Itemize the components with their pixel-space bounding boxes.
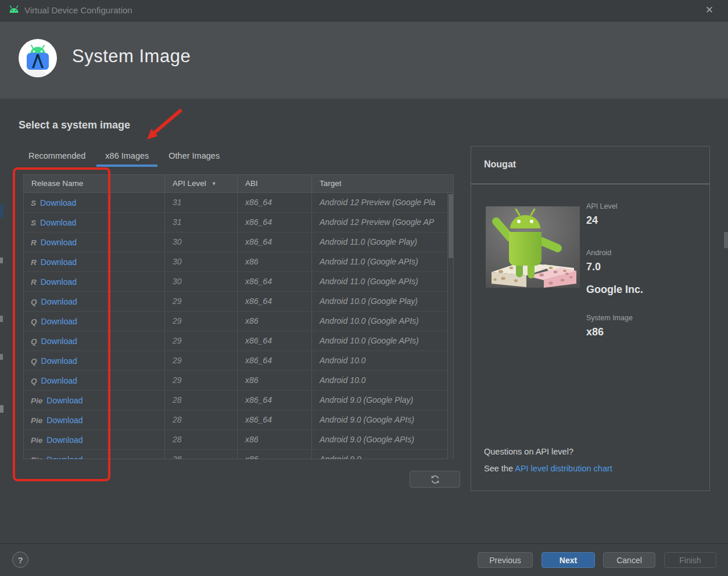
release-name-cell: SDownload [24,213,165,232]
release-letter: Pie [31,456,42,459]
api-level-cell: 30 [165,232,238,252]
finish-button-disabled: Finish [664,552,716,568]
download-link[interactable]: Download [46,435,83,445]
system-image-abi-value: x86 [586,326,604,338]
api-level-cell: 29 [165,351,238,370]
download-link[interactable]: Download [41,317,77,326]
table-scrollbar-thumb[interactable] [449,194,453,258]
table-row[interactable]: SDownload 31 x86_64 Android 12 Preview (… [24,213,447,232]
download-link[interactable]: Download [41,337,77,346]
target-cell: Android 9.0 (Google APIs) [312,430,447,449]
release-name-cell: PieDownload [24,410,165,430]
android-version-value: 7.0 [586,261,601,273]
sort-descending-icon[interactable]: ▼ [211,181,217,187]
api-level-cell: 28 [165,430,238,449]
refresh-button[interactable] [410,471,460,488]
table-row[interactable]: RDownload 30 x86_64 Android 11.0 (Google… [24,232,447,252]
download-link[interactable]: Download [40,198,76,207]
target-cell: Android 10.0 (Google Play) [312,292,447,311]
window-title: Virtual Device Configuration [24,0,132,21]
background-window-fragment [0,205,3,217]
download-link[interactable]: Download [46,455,83,459]
help-button[interactable]: ? [12,552,28,568]
background-window-fragment [0,405,3,413]
download-link[interactable]: Download [41,356,77,366]
abi-cell: x86_64 [238,272,312,291]
column-header-abi[interactable]: ABI [238,175,312,192]
release-name-cell: QDownload [24,351,165,370]
download-link[interactable]: Download [41,297,77,306]
api-level-cell: 30 [165,272,238,291]
system-image-label: System Image [586,314,633,322]
abi-cell: x86 [238,450,312,459]
api-level-question-text: Questions on API level? [484,447,573,456]
table-row[interactable]: QDownload 29 x86_64 Android 10.0 (Google… [24,331,447,351]
table-row[interactable]: QDownload 29 x86_64 Android 10.0 [24,351,447,371]
api-level-cell: 31 [165,213,238,232]
abi-cell: x86 [238,252,312,271]
vendor-value: Google Inc. [586,284,643,296]
table-scrollbar[interactable] [447,193,453,459]
abi-cell: x86 [238,312,312,331]
api-level-cell: 29 [165,331,238,350]
download-link[interactable]: Download [41,257,77,267]
release-name-cell: QDownload [24,292,165,311]
column-header-api-level[interactable]: API Level▼ [165,175,238,192]
release-letter: Q [31,357,37,366]
table-row[interactable]: QDownload 29 x86 Android 10.0 [24,371,447,391]
table-row[interactable]: RDownload 30 x86_64 Android 11.0 (Google… [24,272,447,292]
tab-x86-images[interactable]: x86 Images [95,147,159,166]
api-distribution-chart-link[interactable]: API level distribution chart [515,464,612,473]
cancel-button[interactable]: Cancel [603,552,655,568]
table-row[interactable]: PieDownload 28 x86 Android 9.0 [24,450,447,459]
table-row[interactable]: RDownload 30 x86 Android 11.0 (Google AP… [24,252,447,272]
target-cell: Android 11.0 (Google APIs) [312,252,447,271]
abi-cell: x86_64 [238,331,312,350]
panel-divider [471,184,709,184]
close-icon[interactable]: × [699,0,720,21]
table-row[interactable]: PieDownload 28 x86_64 Android 9.0 (Googl… [24,391,447,410]
api-level-label: API Level [586,202,618,210]
select-system-image-heading: Select a system image [19,119,130,131]
target-cell: Android 11.0 (Google Play) [312,232,447,252]
column-header-release-name[interactable]: Release Name [24,175,165,192]
table-row[interactable]: PieDownload 28 x86 Android 9.0 (Google A… [24,430,447,450]
download-link[interactable]: Download [40,218,76,227]
release-letter: Pie [31,396,42,405]
active-tab-underline [96,164,157,167]
column-header-target[interactable]: Target [312,175,453,192]
target-cell: Android 10.0 [312,371,447,390]
release-letter: S [31,199,36,207]
release-letter: S [31,219,36,227]
abi-cell: x86_64 [238,410,312,430]
tab-recommended[interactable]: Recommended [19,147,95,166]
image-tabs: Recommended x86 Images Other Images [19,147,229,166]
release-letter: R [31,238,37,247]
download-link[interactable]: Download [46,416,83,425]
target-cell: Android 12 Preview (Google AP [312,213,447,232]
release-name-cell: RDownload [24,272,165,291]
table-row[interactable]: QDownload 29 x86 Android 10.0 (Google AP… [24,312,447,331]
download-link[interactable]: Download [46,396,83,405]
tab-other-images[interactable]: Other Images [159,147,229,166]
download-link[interactable]: Download [41,376,77,385]
table-row[interactable]: SDownload 31 x86_64 Android 12 Preview (… [24,193,447,213]
target-cell: Android 9.0 (Google Play) [312,391,447,410]
release-name-cell: QDownload [24,371,165,390]
android-label: Android [586,249,611,257]
previous-button[interactable]: Previous [478,552,533,568]
target-cell: Android 10.0 [312,351,447,370]
abi-cell: x86_64 [238,232,312,252]
table-row[interactable]: PieDownload 28 x86_64 Android 9.0 (Googl… [24,410,447,430]
background-window-fragment [0,257,3,263]
release-name-title: Nougat [484,159,516,170]
next-button[interactable]: Next [541,552,595,568]
download-link[interactable]: Download [41,277,77,287]
table-row[interactable]: QDownload 29 x86_64 Android 10.0 (Google… [24,292,447,312]
release-letter: Q [31,298,37,306]
release-name-cell: RDownload [24,252,165,271]
wizard-header-banner: System Image [0,22,728,99]
api-level-value: 24 [586,214,598,227]
background-window-fragment [0,316,3,322]
download-link[interactable]: Download [41,238,77,247]
